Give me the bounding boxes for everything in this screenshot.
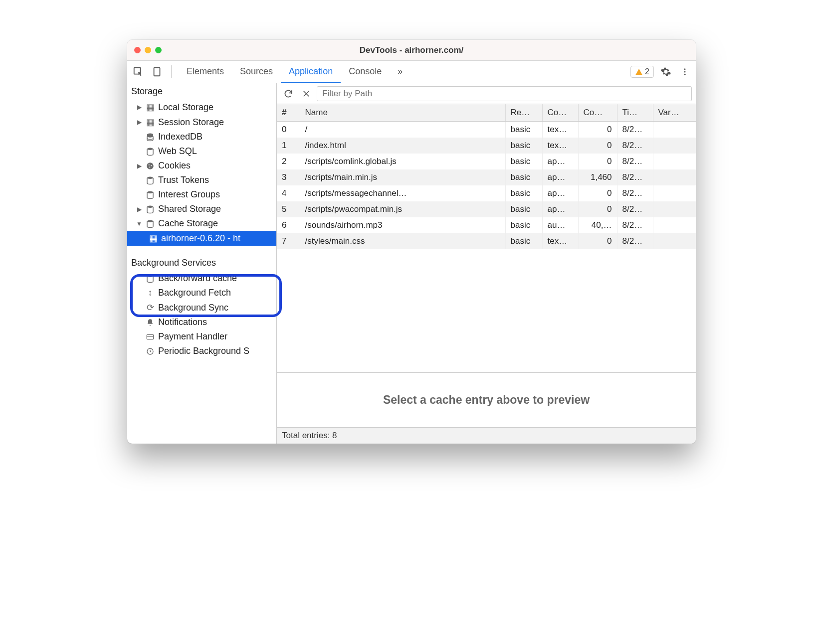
clear-icon[interactable]	[299, 86, 314, 101]
cell: basic	[505, 122, 542, 138]
storage-tree: ▶▦Local Storage ▶▦Session Storage ▶ Inde…	[127, 100, 276, 246]
db-icon	[145, 190, 155, 199]
sidebar-item-shared-storage[interactable]: ▶ Shared Storage	[127, 202, 276, 216]
db-icon	[145, 133, 155, 142]
cell: 3	[277, 169, 300, 185]
cell: basic	[505, 138, 542, 154]
sidebar-item-cache-storage[interactable]: ▼ Cache Storage	[127, 216, 276, 231]
svg-point-10	[149, 166, 150, 167]
sidebar-item-interest-groups[interactable]: ▶ Interest Groups	[127, 187, 276, 202]
sidebar-item-bfcache[interactable]: ▶ Back/forward cache	[127, 271, 276, 286]
cell: 0	[578, 122, 617, 138]
fetch-icon: ↕	[145, 288, 155, 298]
sidebar-item-trust-tokens[interactable]: ▶ Trust Tokens	[127, 173, 276, 187]
cell: 8/2…	[617, 185, 653, 201]
sidebar-item-payment-handler[interactable]: ▶ Payment Handler	[127, 329, 276, 344]
bell-icon	[145, 319, 155, 326]
tab-console[interactable]: Console	[341, 61, 390, 83]
cell: 0	[578, 233, 617, 249]
cell: ap…	[542, 169, 578, 185]
table-row[interactable]: 5/scripts/pwacompat.min.jsbasicap…08/2…	[277, 201, 696, 217]
sidebar-item-notifications[interactable]: ▶ Notifications	[127, 315, 276, 329]
sync-icon: ⟳	[145, 302, 155, 313]
svg-point-2	[684, 68, 686, 70]
cell: /sounds/airhorn.mp3	[300, 217, 505, 233]
table-row[interactable]: 2/scripts/comlink.global.jsbasicap…08/2…	[277, 154, 696, 169]
card-icon	[145, 333, 155, 341]
traffic-lights	[127, 47, 162, 53]
close-window-icon[interactable]	[134, 47, 141, 53]
cell: basic	[505, 217, 542, 233]
cell: 8/2…	[617, 169, 653, 185]
cell	[653, 217, 696, 233]
svg-point-3	[684, 71, 686, 73]
table-row[interactable]: 3/scripts/main.min.jsbasicap…1,4608/2…	[277, 169, 696, 185]
cell: 7	[277, 233, 300, 249]
cell	[653, 154, 696, 169]
cell: /scripts/comlink.global.js	[300, 154, 505, 169]
table-icon: ▦	[145, 117, 155, 128]
table-row[interactable]: 0/basictex…08/2…	[277, 122, 696, 138]
svg-point-7	[147, 162, 154, 169]
warnings-count: 2	[645, 67, 649, 76]
minimize-window-icon[interactable]	[145, 47, 151, 53]
svg-point-11	[147, 176, 153, 179]
cell	[653, 138, 696, 154]
tab-sources[interactable]: Sources	[232, 61, 281, 83]
col-content-length[interactable]: Co…	[578, 104, 617, 122]
cell: basic	[505, 233, 542, 249]
col-vary[interactable]: Var…	[653, 104, 696, 122]
cell: 4	[277, 185, 300, 201]
sidebar-item-cookies[interactable]: ▶ Cookies	[127, 159, 276, 173]
col-response[interactable]: Re…	[505, 104, 542, 122]
refresh-icon[interactable]	[281, 86, 296, 101]
table-icon: ▦	[148, 233, 158, 244]
sidebar-item-bg-sync[interactable]: ▶⟳Background Sync	[127, 300, 276, 315]
sidebar-item-bg-fetch[interactable]: ▶↕Background Fetch	[127, 286, 276, 300]
sidebar-item-indexeddb[interactable]: ▶ IndexedDB	[127, 130, 276, 144]
warnings-badge[interactable]: 2	[630, 66, 654, 78]
sidebar-item-cache-airhorner[interactable]: ▦airhorner-0.6.20 - ht	[127, 231, 276, 246]
db-icon	[145, 176, 155, 185]
kebab-menu-icon[interactable]	[678, 65, 692, 79]
db-icon	[145, 147, 155, 156]
cell: 2	[277, 154, 300, 169]
tab-application[interactable]: Application	[281, 61, 341, 83]
tab-elements[interactable]: Elements	[179, 61, 232, 83]
svg-point-14	[147, 220, 153, 222]
cell: 40,…	[578, 217, 617, 233]
sidebar-item-web-sql[interactable]: ▶ Web SQL	[127, 144, 276, 159]
col-index[interactable]: #	[277, 104, 300, 122]
cell: 0	[578, 201, 617, 217]
cell: 0	[578, 185, 617, 201]
svg-point-12	[147, 191, 153, 193]
col-name[interactable]: Name	[300, 104, 505, 122]
cell: 8/2…	[617, 233, 653, 249]
preview-placeholder: Select a cache entry above to preview	[277, 373, 696, 428]
inspect-element-icon[interactable]	[131, 65, 145, 79]
table-row[interactable]: 6/sounds/airhorn.mp3basicau…40,…8/2…	[277, 217, 696, 233]
maximize-window-icon[interactable]	[155, 47, 162, 53]
devtools-window: DevTools - airhorner.com/ Elements Sourc…	[127, 40, 696, 444]
table-row[interactable]: 4/scripts/messagechannel…basicap…08/2…	[277, 185, 696, 201]
db-icon	[145, 274, 155, 283]
tab-overflow[interactable]: »	[390, 61, 411, 83]
cell	[653, 122, 696, 138]
device-toggle-icon[interactable]	[150, 65, 164, 79]
filter-input[interactable]	[317, 86, 692, 101]
table-row[interactable]: 7/styles/main.cssbasictex…08/2…	[277, 233, 696, 249]
col-content-type[interactable]: Co…	[542, 104, 578, 122]
table-row[interactable]: 1/index.htmlbasictex…08/2…	[277, 138, 696, 154]
gear-icon[interactable]	[659, 65, 673, 79]
sidebar-item-session-storage[interactable]: ▶▦Session Storage	[127, 115, 276, 130]
cell	[653, 185, 696, 201]
sidebar-item-local-storage[interactable]: ▶▦Local Storage	[127, 100, 276, 115]
col-time[interactable]: Ti…	[617, 104, 653, 122]
sidebar-item-periodic-bg-sync[interactable]: ▶ Periodic Background S	[127, 344, 276, 358]
cell: 5	[277, 201, 300, 217]
cell: 1,460	[578, 169, 617, 185]
cell: /scripts/main.min.js	[300, 169, 505, 185]
clock-icon	[145, 347, 155, 355]
svg-point-15	[147, 275, 153, 277]
cell: /	[300, 122, 505, 138]
